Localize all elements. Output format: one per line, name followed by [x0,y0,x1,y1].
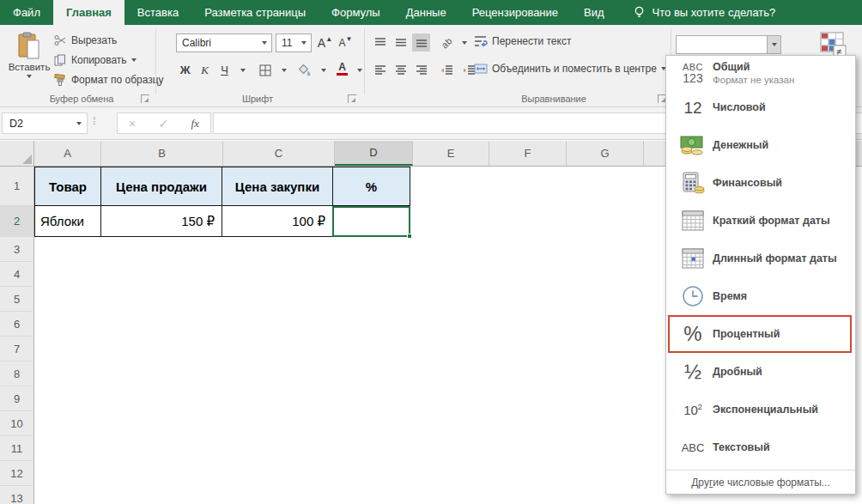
format-painter-label: Формат по образцу [71,74,164,86]
more-number-formats-link[interactable]: Другие числовые форматы... [666,470,855,494]
cell-d2-selected[interactable] [332,206,410,237]
tab-formulas-label: Формулы [331,6,380,19]
align-left-button[interactable] [371,61,389,79]
row-header-7[interactable]: 7 [0,337,34,361]
fill-color-dropdown[interactable] [314,61,332,79]
wrap-text-button[interactable]: Перенести текст [474,34,571,48]
name-box-caret[interactable] [71,122,87,125]
name-box[interactable]: D2 [2,112,88,134]
menu-item-short-date[interactable]: Краткий формат даты [666,202,855,240]
font-color-button[interactable]: А [333,59,351,77]
number-format-caret[interactable] [767,36,780,53]
row-header-2[interactable]: 2 [0,206,34,237]
cell-a2[interactable]: Яблоки [34,206,101,237]
font-name-combobox[interactable]: Calibri [176,33,272,52]
align-center-button[interactable] [392,61,410,79]
menu-item-accounting[interactable]: Финансовый [666,164,855,202]
tab-home[interactable]: Главная [53,0,124,25]
menu-item-general[interactable]: ABC 123 Общий Формат не указан [666,58,855,88]
row-header-6[interactable]: 6 [0,312,34,337]
cell-b1[interactable]: Цена продажи [100,167,222,206]
font-size-combobox[interactable]: 11 [276,33,312,52]
tab-data[interactable]: Данные [393,0,459,25]
font-name-caret[interactable] [258,34,271,52]
align-right-button[interactable] [412,61,430,79]
copy-button[interactable]: Копировать [53,52,137,69]
column-header-e[interactable]: E [413,141,489,166]
merge-center-button[interactable]: Объединить и поместить в центре [474,62,666,76]
menu-item-time[interactable]: Время [666,277,855,315]
menu-item-text[interactable]: ABC Текстовый [666,428,855,466]
row-header-3[interactable]: 3 [0,237,34,262]
font-size-caret[interactable] [297,34,311,52]
column-header-f[interactable]: F [489,141,567,166]
number-format-combobox[interactable] [676,35,781,54]
format-painter-button[interactable]: Формат по образцу [53,71,164,88]
row-header-13[interactable]: 13 [0,486,34,504]
fill-color-button[interactable] [295,61,313,79]
tab-file[interactable]: Файл [0,0,53,25]
cell-b2[interactable]: 150 ₽ [100,206,222,237]
row-header-1[interactable]: 1 [0,167,34,206]
cell-c2[interactable]: 100 ₽ [222,206,333,237]
tab-view[interactable]: Вид [571,0,617,25]
cut-button[interactable]: Вырезать [53,32,117,49]
footer-suffix: ие числовые форматы... [713,477,830,489]
tell-me-search[interactable]: Что вы хотите сделать? [633,0,776,25]
menu-item-currency-label: Денежный [713,139,768,151]
column-header-b[interactable]: B [101,141,223,166]
row-header-5[interactable]: 5 [0,287,34,312]
number-format-icon: 12 [673,100,713,116]
cell-c1[interactable]: Цена закупки [222,167,333,206]
orientation-dropdown[interactable] [455,33,473,52]
tab-page-layout[interactable]: Разметка страницы [191,0,319,25]
column-header-g[interactable]: G [567,141,644,166]
menu-item-scientific[interactable]: 102 Экспоненциальный [666,391,855,428]
paste-button[interactable]: Вставить [7,30,52,94]
conditional-formatting-button[interactable]: ≠ [820,32,847,58]
row-header-9[interactable]: 9 [0,386,34,411]
column-header-c[interactable]: C [223,141,335,166]
shrink-font-button[interactable]: A▼ [337,33,355,52]
menu-item-percent[interactable]: % Процентный [666,315,855,353]
borders-button[interactable] [256,61,274,79]
bold-button[interactable]: Ж [176,61,194,79]
row-header-4[interactable]: 4 [0,262,34,287]
orientation-button[interactable]: ab [438,33,456,52]
enter-button[interactable]: ✓ [159,117,169,131]
tab-formulas[interactable]: Формулы [319,0,393,25]
underline-dropdown[interactable] [234,61,252,79]
italic-button[interactable]: К [196,61,214,79]
menu-item-long-date[interactable]: Длинный формат даты [666,240,855,277]
select-all-button[interactable] [0,141,34,166]
align-bottom-button[interactable] [412,33,430,52]
borders-dropdown[interactable] [275,61,293,79]
column-header-d[interactable]: D [335,141,413,166]
clipboard-dialog-launcher[interactable] [141,94,149,103]
cell-d1[interactable]: % [332,167,410,206]
row-header-10[interactable]: 10 [0,411,34,436]
font-color-dropdown[interactable] [350,61,368,79]
column-header-a[interactable]: A [34,141,101,166]
grow-font-button[interactable]: A▲ [316,33,334,52]
insert-function-button[interactable]: fx [191,117,198,131]
align-middle-button[interactable] [392,33,410,52]
decrease-indent-icon [440,65,453,76]
menu-item-fraction[interactable]: ½ Дробный [666,353,855,391]
underline-button[interactable]: Ч [216,61,234,79]
menu-item-number[interactable]: 12 Числовой [666,88,855,126]
tab-review[interactable]: Рецензирование [459,0,571,25]
cell-a1[interactable]: Товар [34,167,101,206]
cancel-button[interactable]: × [129,117,136,131]
paste-label: Вставить [9,62,51,72]
font-dialog-launcher[interactable] [348,94,356,103]
wrap-text-label: Перенести текст [492,35,571,47]
row-header-8[interactable]: 8 [0,361,34,386]
menu-item-currency[interactable]: Денежный [666,126,855,164]
row-header-12[interactable]: 12 [0,461,34,486]
fill-handle[interactable] [407,234,412,239]
decrease-indent-button[interactable] [438,61,456,79]
tab-insert[interactable]: Вставка [124,0,191,25]
row-header-11[interactable]: 11 [0,436,34,461]
align-top-button[interactable] [371,33,389,52]
